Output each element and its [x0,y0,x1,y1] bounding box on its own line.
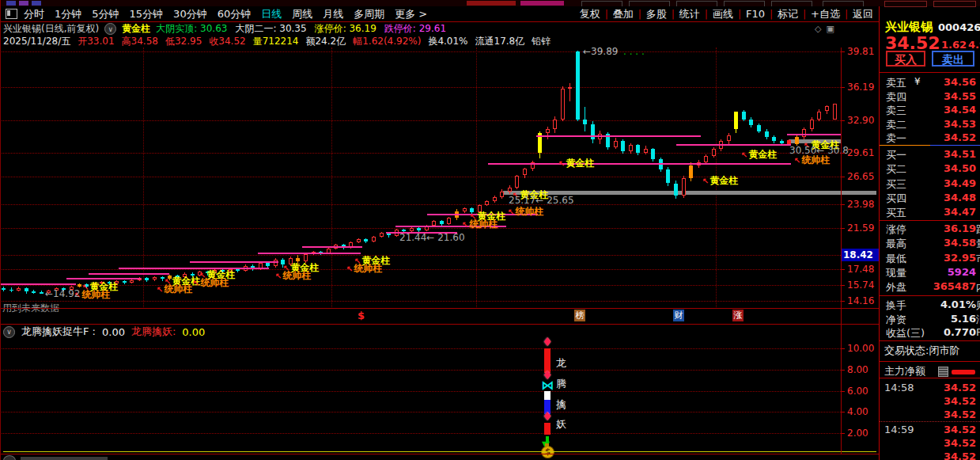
panel-change: 1.62 [941,39,967,51]
axis-label: 39.81 [847,46,874,57]
tick-price: 34.52 [880,450,976,460]
chevron-down-icon[interactable]: ∨ [3,326,15,338]
tick-divider [880,421,980,422]
bid-5-value: 34.47 [880,206,976,218]
date-badge-榜[interactable]: 榜 [574,310,585,321]
stat-净资-value: 5.16 [880,313,976,325]
stat-外盘-cut: 内 [976,280,980,295]
book-divider-left [880,145,930,146]
panel-change-pct: 4.92 [968,39,980,51]
stat-收益(三)-cut: P [976,326,980,338]
axis-label: 26.65 [847,171,874,182]
sub-label-1: 龙腾擒妖捉牛F : [21,325,96,339]
date-badge-涨[interactable]: 涨 [732,310,744,321]
divider [0,454,880,454]
divider [880,361,980,362]
tick-price: 34.52 [880,382,976,393]
divider [880,220,980,221]
axis-label: 21.59 [847,222,874,234]
tick-price: 34.52 [880,395,976,407]
stat-最低-cut: 市 [976,252,980,266]
sub-axis-label: 8.00 [847,364,868,375]
tick-price: 34.52 [880,437,976,449]
ask-1-value: 34.52 [880,131,976,143]
ask-4-value: 34.55 [880,90,976,102]
tick-price: 34.52 [880,424,976,435]
quote-panel: 兴业银锡00042634.521.624.92买入卖出卖五34.56¥卖四34.… [880,6,980,460]
stat-现量-value: 5924 [880,266,976,278]
divider [880,340,980,341]
window-border [0,0,1,460]
date-badge-财[interactable]: 财 [673,310,684,321]
sub-axis-label: 6.00 [847,386,868,397]
stat-外盘-value: 365487 [880,280,976,292]
app-window: 分时1分钟5分钟15分钟30分钟60分钟日线周线月线多周期更多 > 复权|叠加|… [0,0,980,460]
stat-最高-value: 34.58 [880,237,976,249]
stat-最低-value: 32.95 [880,252,976,264]
panel-stock-code: 000426 [938,21,980,33]
sub-label-2: 龙腾擒妖: [131,325,176,339]
trade-status: 交易状态:闭市阶 [884,344,959,358]
axis-border [841,48,842,454]
price-axis: 39.8136.1932.9029.6126.6523.9821.5918.42… [0,0,980,460]
main-flow-label[interactable]: 主力净额 [884,364,925,378]
tick-price: 34.52 [880,409,976,420]
stat-涨停-value: 36.19 [880,222,976,234]
axis-label: 17.48 [847,264,874,275]
flow-bar [952,370,975,374]
sub-axis-label: 2.00 [847,428,868,439]
bid-3-value: 34.49 [880,177,976,189]
divider [0,324,880,325]
bid-4-value: 34.48 [880,192,976,203]
clipped-pane-text [21,457,108,460]
axis-label: 36.19 [847,82,874,93]
axis-label-highlight: 18.42 [842,249,880,261]
ask5-flag: ¥ [914,76,921,87]
axis-label: 15.74 [847,279,874,291]
stat-涨停-cut: 跌 [976,222,980,237]
sub-value-2: 0.00 [182,326,205,338]
sub-indicator-header: ∨ 龙腾擒妖捉牛F : 0.00 龙腾擒妖: 0.00 [3,325,205,338]
divider [880,295,980,296]
axis-label: 14.16 [847,295,874,306]
list-icon[interactable] [938,367,948,377]
stat-净资-cut: 汇 [976,313,980,327]
axis-label: 23.98 [847,199,874,210]
sell-button[interactable]: 卖出 [932,51,974,67]
stat-最高-cut: 量 [976,237,980,251]
buy-button[interactable]: 买入 [886,51,925,67]
ask-3-value: 34.54 [880,104,976,116]
book-divider-right [930,145,980,146]
zero-baseline [3,451,876,452]
axis-label: 32.90 [847,115,874,126]
axis-label: 29.61 [847,147,874,158]
panel-border [879,6,880,460]
stat-换手-cut: 则 [976,298,980,313]
sub-axis-label: 4.00 [847,406,868,417]
divider [0,308,880,309]
bid-2-value: 34.50 [880,162,976,174]
sub-axis-label: 10.00 [847,343,874,354]
divider [880,378,980,378]
sub-value-1: 0.00 [102,326,125,338]
ask-5-value: 34.56 [880,76,976,88]
divider [880,72,980,73]
ask-2-value: 34.53 [880,118,976,130]
stat-换手-value: 4.01% [880,298,976,310]
bid-1-value: 34.51 [880,148,976,160]
date-badge-dollar[interactable]: $ [358,310,365,321]
stat-收益(三)-value: 0.770 [880,326,976,338]
